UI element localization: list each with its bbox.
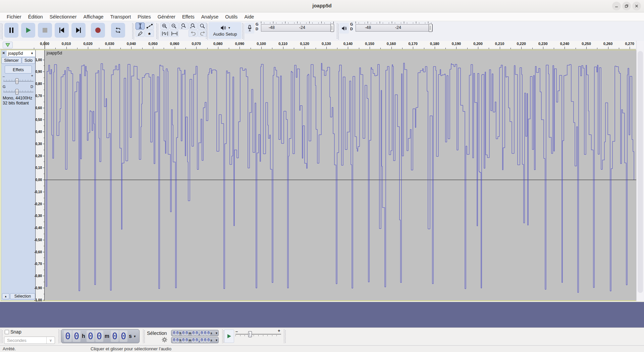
recording-meter-button[interactable] bbox=[245, 23, 254, 34]
record-button[interactable] bbox=[91, 23, 105, 38]
menu-item[interactable]: Outils bbox=[222, 13, 241, 20]
menu-item[interactable]: Affichage bbox=[80, 13, 107, 20]
multi-tool-icon: * bbox=[148, 34, 151, 36]
menu-item[interactable]: Édition bbox=[25, 13, 46, 20]
selection-tool-button[interactable] bbox=[136, 23, 145, 30]
pan-slider[interactable] bbox=[3, 92, 34, 92]
timeline-ruler[interactable]: 0,0000,0100,0200,0300,0400,0500,0600,070… bbox=[0, 41, 636, 49]
playback-meter-handle[interactable] bbox=[429, 24, 432, 32]
gain-slider-thumb[interactable] bbox=[15, 78, 18, 84]
trim-outside-selection-button[interactable] bbox=[160, 30, 169, 37]
speaker-icon bbox=[220, 25, 227, 31]
restore-button[interactable] bbox=[622, 2, 631, 10]
close-button[interactable] bbox=[632, 2, 641, 10]
vertical-scrollbar-thumb[interactable] bbox=[638, 51, 643, 293]
zoom-fit-button[interactable] bbox=[189, 23, 198, 30]
pan-slider-thumb[interactable] bbox=[15, 89, 18, 95]
menu-item[interactable]: Générer bbox=[154, 13, 179, 20]
play-at-speed-button[interactable] bbox=[224, 329, 234, 343]
track-close-button[interactable]: × bbox=[2, 50, 5, 55]
pause-button[interactable] bbox=[4, 23, 18, 38]
multi-tool-button[interactable]: * bbox=[145, 30, 154, 37]
envelope-tool-button[interactable] bbox=[145, 23, 154, 30]
zoom-selection-button[interactable] bbox=[179, 23, 188, 30]
effects-button[interactable]: Effets bbox=[5, 65, 32, 74]
skip-to-end-button[interactable] bbox=[71, 23, 86, 38]
collapse-track-button[interactable]: ▲ bbox=[2, 293, 9, 299]
edit-toolbar-grip[interactable] bbox=[156, 23, 158, 39]
snap-checkbox[interactable] bbox=[5, 330, 9, 334]
vertical-scale-label: 0,10 bbox=[36, 166, 42, 170]
time-digit: 0 bbox=[72, 331, 80, 342]
vertical-scale-label: 0,80 bbox=[36, 82, 42, 86]
vertical-scale-ruler[interactable]: 1,000,900,800,700,600,500,400,300,200,10… bbox=[36, 50, 45, 301]
selection-settings-button[interactable] bbox=[162, 337, 167, 343]
zoom-toggle-button[interactable] bbox=[198, 23, 207, 30]
menu-item[interactable]: Transport bbox=[107, 13, 135, 20]
zoom-in-button[interactable] bbox=[160, 23, 169, 30]
ibeam-icon bbox=[137, 23, 143, 29]
recording-meter-grip[interactable] bbox=[242, 23, 244, 39]
mute-button[interactable]: Silencer bbox=[1, 57, 21, 64]
time-unit: h bbox=[179, 339, 181, 342]
recording-meter-handle[interactable] bbox=[330, 24, 334, 32]
play-button[interactable] bbox=[21, 23, 35, 38]
playback-meter-button[interactable] bbox=[339, 23, 349, 34]
undo-button[interactable] bbox=[189, 30, 198, 37]
menu-item[interactable]: Analyse bbox=[198, 13, 222, 20]
redo-button[interactable] bbox=[198, 30, 207, 37]
menu-item[interactable]: Fichier bbox=[3, 13, 25, 20]
snap-mode-combobox[interactable]: Secondes ∨ bbox=[4, 337, 55, 344]
vertical-scrollbar[interactable] bbox=[636, 41, 644, 301]
minimize-icon bbox=[614, 4, 619, 8]
menu-item[interactable]: Sélectionner bbox=[46, 13, 80, 20]
solo-button[interactable]: Solo bbox=[22, 57, 35, 64]
draw-tool-button[interactable] bbox=[136, 30, 145, 37]
playback-meter-minus48: -48 bbox=[365, 25, 371, 30]
menu-item[interactable]: Effets bbox=[179, 13, 198, 20]
tools-toolbar-grip[interactable] bbox=[132, 23, 134, 39]
toolbar-area: * bbox=[0, 21, 644, 41]
clip-name-label: joapp5d bbox=[47, 50, 62, 55]
playback-meter-channel-labels: GD bbox=[350, 22, 353, 31]
audio-setup-button[interactable]: ▾ Audio Setup bbox=[209, 22, 241, 39]
vertical-scale-label: -0,70 bbox=[34, 262, 42, 266]
minimize-button[interactable] bbox=[612, 2, 621, 10]
time-digit: 0 bbox=[195, 331, 198, 336]
redo-icon bbox=[200, 31, 206, 36]
stop-button[interactable] bbox=[38, 23, 52, 38]
time-digit: 0 bbox=[64, 331, 72, 342]
track-name-menu[interactable]: joapp5d ▼ bbox=[7, 50, 35, 56]
selection-start-field[interactable]: 00h00m00,000s▾ bbox=[171, 330, 219, 336]
time-digit: 0 bbox=[173, 331, 176, 336]
menu-item[interactable]: Aide bbox=[241, 13, 257, 20]
time-toolbar-grip[interactable] bbox=[58, 329, 60, 343]
time-unit: m bbox=[105, 333, 109, 339]
transport-toolbar-grip[interactable] bbox=[1, 23, 3, 39]
audio-setup-toolbar-grip[interactable] bbox=[206, 23, 208, 39]
loop-icon bbox=[114, 27, 122, 34]
waveform-canvas[interactable] bbox=[45, 50, 636, 301]
speed-slider-thumb[interactable] bbox=[248, 331, 252, 337]
selection-end-field[interactable]: 00h00m00,000s▾ bbox=[171, 337, 219, 343]
snap-toolbar-grip[interactable] bbox=[1, 329, 3, 343]
speed-plus-label: + bbox=[278, 328, 280, 333]
dropdown-arrow-icon: ▾ bbox=[216, 331, 217, 335]
skip-to-start-button[interactable] bbox=[55, 23, 69, 38]
gain-slider[interactable] bbox=[3, 81, 34, 82]
playback-meter-grip[interactable] bbox=[337, 23, 339, 39]
toolbar-end-grip[interactable] bbox=[284, 329, 286, 343]
track-select-button[interactable]: Sélection bbox=[10, 293, 35, 299]
speed-slider[interactable] bbox=[235, 334, 281, 335]
silence-selection-button[interactable] bbox=[170, 30, 179, 37]
recording-meter-minus48: -48 bbox=[269, 25, 275, 30]
menu-item[interactable]: Pistes bbox=[134, 13, 154, 20]
time-digit: 0 bbox=[182, 331, 185, 336]
zoom-out-button[interactable] bbox=[170, 23, 179, 30]
audio-position-display[interactable]: 00h00m00s▾ bbox=[61, 329, 140, 343]
loop-button[interactable] bbox=[111, 23, 125, 38]
timeline-label: 0,090 bbox=[235, 42, 245, 46]
title-bar: joapp5d bbox=[0, 0, 644, 12]
selection-toolbar-grip[interactable] bbox=[143, 329, 145, 343]
gain-min-label: – bbox=[3, 74, 5, 78]
